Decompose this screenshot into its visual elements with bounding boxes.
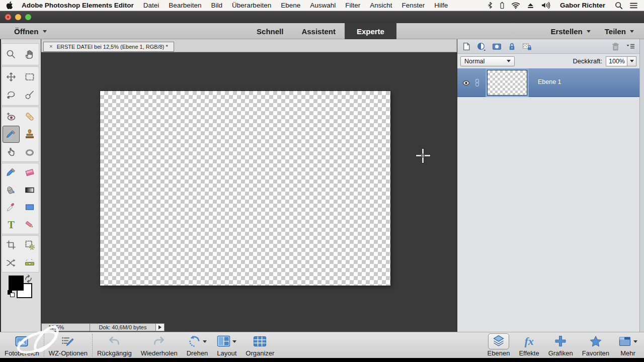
tool-pencil[interactable] [21, 216, 38, 233]
menu-bild[interactable]: Bild [211, 2, 223, 9]
favorites-star-icon [589, 334, 602, 349]
tool-paint-bucket[interactable] [3, 182, 20, 199]
layer-visibility-eye-icon[interactable] [462, 79, 470, 89]
layer-mask-icon[interactable] [492, 42, 502, 51]
tool-crop[interactable] [3, 236, 20, 253]
lock-transparency-icon[interactable] [522, 42, 532, 51]
tool-spot-healing-brush[interactable] [21, 108, 38, 125]
tool-eyedropper[interactable] [3, 199, 20, 216]
document-canvas[interactable] [100, 91, 390, 286]
menubar-username[interactable]: Gabor Richter [560, 2, 605, 9]
close-window-button[interactable] [5, 14, 11, 20]
share-menu-button[interactable]: Teilen [605, 27, 634, 36]
create-menu-button[interactable]: Erstellen [550, 27, 590, 36]
tool-lasso[interactable] [3, 86, 20, 104]
bluetooth-icon[interactable] [487, 1, 493, 10]
zoom-level-field[interactable]: 12,5% [41, 323, 90, 331]
tool-type[interactable]: T [3, 216, 20, 233]
opacity-dropdown-button[interactable] [627, 56, 636, 66]
chevron-down-icon [507, 60, 511, 62]
undo-button[interactable]: Rückgängig [93, 332, 136, 357]
tool-sponge[interactable] [21, 144, 38, 161]
menu-datei[interactable]: Datei [143, 2, 159, 9]
rotate-button[interactable]: Drehen [182, 332, 213, 357]
tool-gradient[interactable] [21, 182, 38, 199]
tool-hand[interactable] [21, 46, 38, 63]
menu-auswahl[interactable]: Auswahl [310, 2, 336, 9]
notification-center-icon[interactable] [629, 2, 638, 9]
lock-all-icon[interactable] [507, 42, 517, 51]
layers-panel-scrollbar[interactable] [639, 39, 644, 332]
tool-content-aware-move[interactable] [3, 254, 20, 272]
graphics-button[interactable]: Grafiken [544, 332, 578, 357]
favorites-button[interactable]: Favoriten [578, 332, 614, 357]
task-bar: Fotobereich WZ-Optionen Rückgängig Wiede… [0, 332, 644, 358]
layer-link-icon[interactable] [474, 78, 480, 89]
layer-row[interactable]: Ebene 1 [457, 68, 639, 97]
tool-straighten[interactable] [21, 254, 38, 272]
layer-thumbnail[interactable] [487, 70, 527, 96]
menu-ansicht[interactable]: Ansicht [370, 2, 392, 9]
wifi-icon[interactable] [511, 2, 520, 9]
photo-bin-button[interactable]: Fotobereich [0, 332, 44, 357]
menu-hilfe[interactable]: Hilfe [434, 2, 448, 9]
more-button[interactable]: Mehr [614, 332, 642, 357]
redo-icon [152, 334, 166, 349]
document-tab-title: ERSTE DATEI bei 12,5% (Ebene 1, RGB/8) * [57, 44, 168, 50]
delete-layer-icon[interactable] [611, 42, 620, 51]
tool-smart-brush[interactable] [3, 126, 20, 143]
tab-assistent[interactable]: Assistent [292, 23, 345, 39]
status-options-button[interactable] [155, 323, 165, 331]
battery-icon[interactable] [500, 1, 505, 10]
opacity-input[interactable]: 100% [606, 56, 627, 66]
menu-bearbeiten[interactable]: Bearbeiten [169, 2, 201, 9]
new-layer-icon[interactable] [461, 42, 471, 51]
minimize-window-button[interactable] [15, 14, 21, 20]
tool-move[interactable] [3, 68, 20, 85]
document-tab[interactable]: × ERSTE DATEI bei 12,5% (Ebene 1, RGB/8)… [43, 42, 174, 52]
layer-name[interactable]: Ebene 1 [538, 78, 561, 85]
tool-clone-stamp[interactable] [21, 126, 38, 143]
triangle-right-icon [158, 325, 162, 329]
tool-options-button[interactable]: WZ-Optionen [44, 332, 92, 357]
tool-shape[interactable] [21, 199, 38, 216]
swap-colors-icon[interactable] [24, 275, 33, 285]
layout-button[interactable]: Layout [212, 332, 241, 357]
organizer-button[interactable]: Organizer [241, 332, 279, 357]
menu-ebene[interactable]: Ebene [281, 2, 300, 9]
menu-ueberarbeiten[interactable]: Überarbeiten [232, 2, 271, 9]
effects-button[interactable]: fx Effekte [514, 332, 543, 357]
zoom-window-button[interactable] [25, 14, 31, 20]
redo-label: Wiederholen [141, 349, 178, 357]
tool-eraser[interactable] [21, 164, 38, 181]
foreground-color-swatch[interactable] [9, 276, 24, 291]
menu-fenster[interactable]: Fenster [402, 2, 425, 9]
eject-icon[interactable] [527, 2, 534, 9]
layers-panel: Normal Deckkraft: 100% Ebene 1 [457, 39, 644, 332]
layers-button[interactable]: Ebenen [483, 332, 515, 357]
default-colors-icon[interactable] [10, 293, 15, 297]
tool-quick-selection[interactable] [21, 86, 38, 104]
tool-smudge[interactable] [3, 144, 20, 161]
menu-filter[interactable]: Filter [345, 2, 360, 9]
tool-rectangular-marquee[interactable] [21, 68, 38, 85]
effects-label: Effekte [519, 349, 539, 357]
tool-recompose[interactable] [21, 236, 38, 253]
new-adjustment-layer-icon[interactable] [476, 42, 487, 51]
app-menu-title[interactable]: Adobe Photoshop Elements Editor [22, 2, 134, 9]
redo-button[interactable]: Wiederholen [136, 332, 182, 357]
tool-red-eye-removal[interactable] [3, 108, 20, 125]
spotlight-search-icon[interactable] [615, 2, 623, 10]
tab-experte[interactable]: Experte [345, 23, 396, 39]
open-button[interactable]: Öffnen [14, 23, 47, 39]
apple-menu-icon[interactable] [6, 1, 13, 10]
tool-zoom[interactable] [3, 46, 20, 63]
close-document-icon[interactable]: × [49, 44, 53, 50]
document-size-field[interactable]: Dok: 40,6M/0 bytes [90, 323, 156, 331]
tool-brush[interactable] [3, 164, 20, 181]
volume-icon[interactable] [541, 2, 550, 9]
tab-schnell[interactable]: Schnell [248, 23, 292, 39]
blend-mode-select[interactable]: Normal [460, 56, 515, 66]
panel-options-icon[interactable] [626, 43, 635, 50]
window-title-bar[interactable] [0, 11, 644, 23]
